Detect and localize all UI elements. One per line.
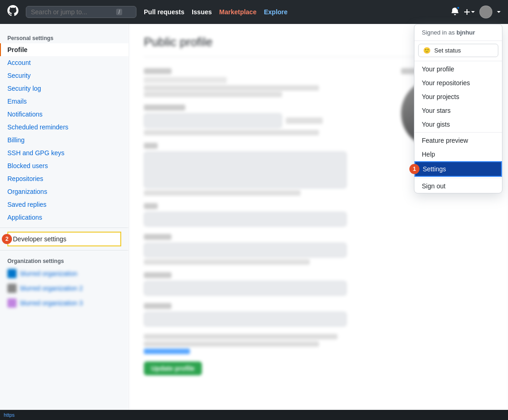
developer-settings-wrapper: 2 Developer settings xyxy=(0,232,129,246)
organization-settings-section: Organization settings xyxy=(0,254,129,266)
set-status-button[interactable]: 🙂 Set status xyxy=(418,44,498,57)
search-input[interactable] xyxy=(31,8,116,16)
sidebar-item-billing[interactable]: Billing xyxy=(0,134,129,146)
org-name-2: blurred organization 2 xyxy=(20,285,83,292)
set-status-label: Set status xyxy=(434,47,461,54)
dropdown-your-gists[interactable]: Your gists xyxy=(414,117,502,131)
badge-2-circle: 2 xyxy=(2,234,12,244)
dropdown-feature-preview[interactable]: Feature preview xyxy=(414,134,502,147)
topnav-links: Pull requests Issues Marketplace Explore xyxy=(144,8,451,16)
org-avatar-1 xyxy=(7,269,17,278)
notifications-icon[interactable] xyxy=(451,7,459,18)
sidebar-item-organizations[interactable]: Organizations xyxy=(0,185,129,198)
signed-in-label: Signed in as xyxy=(422,29,455,36)
explore-link[interactable]: Explore xyxy=(264,8,287,16)
search-slash-icon: / xyxy=(116,9,122,15)
sidebar-item-account[interactable]: Account xyxy=(0,56,129,69)
dropdown-help[interactable]: Help xyxy=(414,147,502,161)
org-item-1[interactable]: blurred organization xyxy=(0,266,129,281)
update-profile-button[interactable]: Update profile xyxy=(144,362,202,375)
sidebar-item-ssh-gpg-keys[interactable]: SSH and GPG keys xyxy=(0,146,129,159)
org-avatar-3 xyxy=(7,298,17,308)
sidebar-divider-2 xyxy=(0,250,129,251)
sidebar-item-emails[interactable]: Emails xyxy=(0,95,129,108)
issues-link[interactable]: Issues xyxy=(192,8,212,16)
dropdown-your-stars[interactable]: Your stars xyxy=(414,104,502,117)
emoji-icon: 🙂 xyxy=(423,47,431,54)
marketplace-link[interactable]: Marketplace xyxy=(219,8,257,16)
github-logo-icon[interactable] xyxy=(7,5,18,19)
sidebar-item-notifications[interactable]: Notifications xyxy=(0,108,129,121)
dropdown-sign-out[interactable]: Sign out xyxy=(414,179,502,193)
dropdown-divider-3 xyxy=(414,178,502,178)
sidebar-item-profile[interactable]: Profile xyxy=(0,43,129,56)
org-name-3: blurred organization 3 xyxy=(20,299,83,307)
user-menu-chevron-icon[interactable] xyxy=(497,10,501,14)
search-bar[interactable]: / xyxy=(26,6,136,18)
sidebar-item-security[interactable]: Security xyxy=(0,69,129,82)
badge-1-circle: 1 xyxy=(409,164,419,174)
notification-dot xyxy=(456,6,460,10)
user-dropdown-menu: Signed in as bjnhur 🙂 Set status Your pr… xyxy=(414,24,502,193)
user-avatar-menu[interactable] xyxy=(479,6,492,18)
dropdown-your-profile[interactable]: Your profile xyxy=(414,62,502,76)
topnav-right-actions xyxy=(451,6,501,18)
dropdown-your-projects[interactable]: Your projects xyxy=(414,90,502,104)
topnav: / Pull requests Issues Marketplace Explo… xyxy=(0,0,508,24)
developer-settings-link[interactable]: Developer settings xyxy=(7,232,121,246)
org-item-3[interactable]: blurred organization 3 xyxy=(0,296,129,310)
org-avatar-2 xyxy=(7,284,17,293)
sidebar: Personal settings Profile Account Securi… xyxy=(0,24,129,420)
username-label: bjnhur xyxy=(456,29,475,36)
personal-settings-section: Personal settings xyxy=(0,31,129,43)
org-item-2[interactable]: blurred organization 2 xyxy=(0,281,129,296)
https-label: https xyxy=(4,412,15,418)
pull-requests-link[interactable]: Pull requests xyxy=(144,8,184,16)
dropdown-your-repositories[interactable]: Your repositories xyxy=(414,76,502,90)
sidebar-item-scheduled-reminders[interactable]: Scheduled reminders xyxy=(0,121,129,134)
sidebar-item-repositories[interactable]: Repositories xyxy=(0,172,129,185)
dropdown-settings-wrapper: 1 Settings xyxy=(414,161,502,177)
add-menu-button[interactable] xyxy=(464,8,475,16)
sidebar-item-blocked-users[interactable]: Blocked users xyxy=(0,159,129,172)
sidebar-item-security-log[interactable]: Security log xyxy=(0,82,129,95)
sidebar-divider-1 xyxy=(0,228,129,228)
org-name-1: blurred organization xyxy=(20,270,77,277)
sidebar-item-saved-replies[interactable]: Saved replies xyxy=(0,198,129,211)
dropdown-divider-1 xyxy=(414,61,502,61)
dropdown-header: Signed in as bjnhur xyxy=(414,24,502,41)
sidebar-item-applications[interactable]: Applications xyxy=(0,211,129,224)
layout: Personal settings Profile Account Securi… xyxy=(0,24,508,420)
dropdown-settings[interactable]: Settings xyxy=(414,161,502,177)
status-bar: https xyxy=(0,410,508,420)
dropdown-divider-2 xyxy=(414,132,502,133)
